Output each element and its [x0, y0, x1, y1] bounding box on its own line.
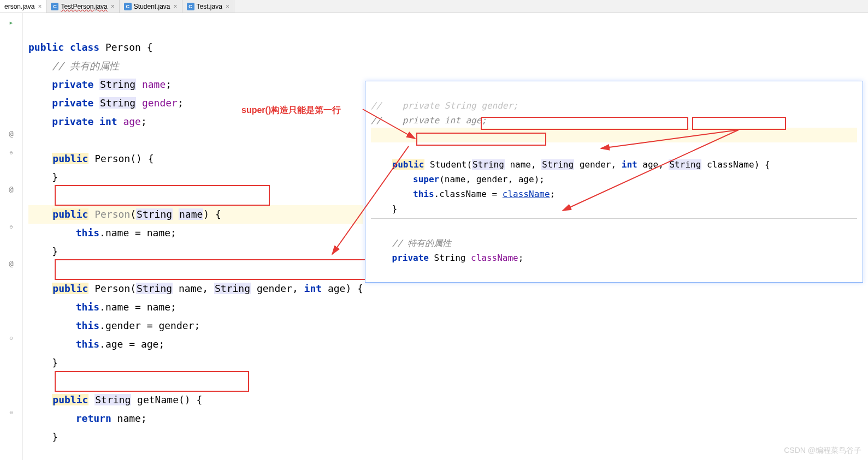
tab-label: TestPerson.java: [61, 3, 107, 10]
code-line: // private String gender;: [371, 100, 518, 111]
code-line: public class Person {: [28, 41, 153, 53]
fold-icon[interactable]: ⊖: [9, 409, 13, 415]
java-class-icon: C: [51, 3, 58, 10]
gutter: ▸ @ ⊖ @ ⊖ @ ⊖ ⊖: [0, 13, 23, 460]
close-icon[interactable]: ×: [111, 3, 115, 10]
run-icon[interactable]: ▸: [9, 18, 13, 27]
code-line: [371, 128, 857, 142]
code-line: // 特有的属性: [371, 238, 451, 248]
code-line: [28, 190, 34, 201]
code-line: // 共有的属性: [28, 60, 119, 71]
code-line: [28, 134, 34, 146]
code-line: this.name = name;: [28, 301, 176, 313]
code-line: }: [371, 204, 397, 214]
code-line: private String name;: [28, 79, 172, 90]
code-line: private int age;: [28, 116, 147, 127]
close-icon[interactable]: ×: [174, 3, 178, 10]
code-line: }: [28, 357, 58, 368]
code-line: private String gender;: [28, 97, 184, 109]
java-class-icon: C: [187, 3, 194, 10]
code-line: public Student(String name, String gende…: [371, 159, 770, 170]
override-icon[interactable]: @: [9, 185, 13, 194]
close-icon[interactable]: ×: [226, 3, 229, 10]
tab-label: Student.java: [134, 3, 170, 10]
code-line: this.gender = gender;: [28, 320, 200, 331]
code-line: }: [28, 171, 58, 183]
close-icon[interactable]: ×: [38, 3, 42, 10]
fold-icon[interactable]: ⊖: [9, 224, 13, 230]
code-line: return name;: [28, 413, 147, 424]
tab-label: Test.java: [197, 3, 222, 10]
separator: [371, 218, 857, 219]
java-class-icon: C: [124, 3, 132, 10]
tab-testperson[interactable]: C TestPerson.java ×: [46, 0, 119, 13]
code-line: }: [28, 246, 58, 257]
annotation-label: super()构造只能是第一行: [241, 105, 341, 116]
code-line: this.className = className;: [371, 189, 555, 199]
tab-person[interactable]: erson.java ×: [0, 0, 46, 13]
tab-label: erson.java: [4, 3, 34, 10]
tab-bar: erson.java × C TestPerson.java × C Stude…: [0, 0, 868, 13]
code-line: [28, 264, 34, 276]
code-line-current: public Person(String name) {: [28, 205, 363, 224]
code-line: public Person() {: [28, 153, 154, 164]
code-area[interactable]: public class Person { // 共有的属性 private S…: [23, 13, 369, 460]
overlay-code: // private String gender; // private int…: [365, 81, 863, 282]
code-line: // private int age;: [371, 115, 487, 126]
code-line: this.age = age;: [28, 338, 164, 350]
code-line: public Person(String name, String gender…: [28, 283, 363, 294]
watermark: CSDN @编程菜鸟谷子: [784, 446, 861, 456]
fold-icon[interactable]: ⊖: [9, 150, 13, 156]
override-icon[interactable]: @: [9, 259, 13, 268]
tab-test[interactable]: C Test.java ×: [182, 0, 234, 13]
quick-definition-popup[interactable]: // private String gender; // private int…: [365, 81, 863, 283]
code-line: this.name = name;: [28, 227, 176, 238]
code-line: private String className;: [371, 253, 523, 263]
fold-icon[interactable]: ⊖: [9, 335, 13, 341]
tab-student[interactable]: C Student.java ×: [120, 0, 182, 13]
override-icon[interactable]: @: [9, 129, 13, 138]
code-line: [28, 375, 34, 387]
code-line: super(name, gender, age);: [371, 174, 545, 184]
code-line: }: [28, 431, 58, 443]
code-line: public String getName() {: [28, 394, 202, 405]
